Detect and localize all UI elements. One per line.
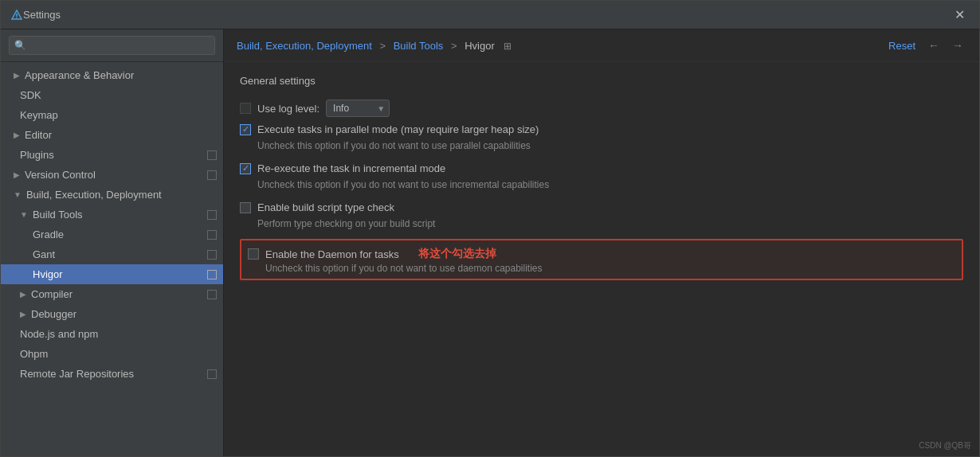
reset-button[interactable]: Reset: [885, 38, 919, 53]
setting-label-daemon: Enable the Daemon for tasks: [265, 248, 399, 260]
search-input[interactable]: [9, 36, 215, 55]
breadcrumb-part1[interactable]: Build, Execution, Deployment: [237, 40, 372, 52]
setting-label-log-level: Use log level:: [257, 103, 319, 115]
checkbox-build-script[interactable]: [240, 202, 251, 213]
sidebar-item-compiler[interactable]: ▶ Compiler: [1, 284, 223, 304]
sidebar-item-remote-jar[interactable]: Remote Jar Repositories: [1, 364, 223, 384]
sidebar-item-label: Plugins: [20, 149, 54, 161]
search-icon: 🔍: [14, 40, 26, 51]
setting-desc-parallel: Uncheck this option if you do not want t…: [240, 140, 963, 151]
breadcrumb-part3: Hvigor: [465, 40, 495, 52]
sidebar-item-label: Node.js and npm: [20, 328, 98, 340]
square-icon: [207, 270, 217, 279]
sidebar-item-build-execution[interactable]: ▼ Build, Execution, Deployment: [1, 185, 223, 205]
forward-button[interactable]: →: [949, 37, 966, 53]
sidebar-item-gant[interactable]: Gant: [1, 244, 223, 264]
breadcrumb: Build, Execution, Deployment > Build Too…: [237, 40, 512, 52]
sidebar-item-label: Editor: [25, 129, 52, 141]
breadcrumb-sep2: >: [451, 40, 457, 52]
window-title: Settings: [23, 9, 950, 21]
sidebar-item-label: Gradle: [33, 228, 64, 240]
sidebar-item-label: Compiler: [31, 288, 73, 300]
settings-content: General settings Use log level: Info Ver…: [224, 62, 979, 456]
sidebar-item-label: Debugger: [31, 308, 76, 320]
square-icon: [207, 369, 217, 379]
sidebar-item-label: Keymap: [20, 109, 58, 121]
arrow-icon: ▶: [14, 131, 20, 139]
breadcrumb-sep1: >: [379, 40, 386, 52]
sidebar-item-keymap[interactable]: Keymap: [1, 105, 223, 125]
setting-label-incremental: Re-execute the task in incremental mode: [257, 162, 445, 174]
sidebar-item-version-control[interactable]: ▶ Version Control: [1, 165, 223, 185]
checkbox-daemon[interactable]: [248, 248, 259, 260]
breadcrumb-actions: Reset ← →: [885, 37, 966, 53]
highlighted-daemon-section: Enable the Daemon for tasks 将这个勾选去掉 Unch…: [240, 239, 963, 280]
title-bar: Settings ✕: [1, 1, 979, 29]
sidebar-item-label: Version Control: [25, 169, 96, 181]
checkbox-parallel[interactable]: [240, 124, 251, 135]
arrow-icon: ▼: [20, 210, 28, 219]
select-wrapper: Info Verbose Debug Warn Error ▼: [326, 100, 390, 117]
sidebar-item-label: Build Tools: [33, 209, 83, 221]
checkbox-log-level[interactable]: [240, 103, 251, 114]
back-button[interactable]: ←: [925, 37, 943, 53]
sidebar-item-editor[interactable]: ▶ Editor: [1, 125, 223, 145]
sidebar-item-label: Gant: [33, 248, 55, 260]
arrow-icon: ▶: [20, 310, 26, 318]
setting-desc-daemon: Uncheck this option if you do not want t…: [248, 263, 955, 274]
setting-label-parallel: Execute tasks in parallel mode (may requ…: [257, 123, 539, 135]
breadcrumb-part2[interactable]: Build Tools: [394, 40, 444, 52]
arrow-icon: ▶: [14, 71, 20, 80]
breadcrumb-bar: Build, Execution, Deployment > Build Too…: [224, 29, 979, 62]
setting-row-log-level: Use log level: Info Verbose Debug Warn E…: [240, 98, 963, 119]
main-panel: Build, Execution, Deployment > Build Too…: [224, 29, 979, 456]
close-button[interactable]: ✕: [950, 6, 970, 24]
sidebar: 🔍 ▶ Appearance & Behavior SDK Keymap ▶ E…: [1, 29, 224, 456]
watermark: CSDN @QB哥: [919, 440, 971, 451]
sidebar-item-hvigor[interactable]: Hvigor: [1, 264, 223, 284]
section-title: General settings: [240, 75, 963, 87]
sidebar-item-plugins[interactable]: Plugins: [1, 145, 223, 165]
nav-tree: ▶ Appearance & Behavior SDK Keymap ▶ Edi…: [1, 62, 223, 456]
setting-row-incremental: Re-execute the task in incremental mode: [240, 161, 963, 176]
sidebar-item-build-tools[interactable]: ▼ Build Tools: [1, 205, 223, 225]
arrow-icon: ▶: [14, 170, 20, 179]
setting-desc-build-script: Perform type checking on your build scri…: [240, 218, 963, 229]
sidebar-item-label: Appearance & Behavior: [25, 69, 134, 81]
sidebar-item-appearance[interactable]: ▶ Appearance & Behavior: [1, 65, 223, 85]
checkbox-incremental[interactable]: [240, 163, 251, 174]
setting-row-daemon: Enable the Daemon for tasks 将这个勾选去掉: [248, 245, 955, 263]
square-icon: [207, 230, 217, 240]
square-icon: [207, 210, 217, 220]
app-logo-icon: [10, 9, 23, 21]
sidebar-item-label: SDK: [20, 89, 41, 101]
log-level-select[interactable]: Info Verbose Debug Warn Error: [326, 100, 390, 117]
sidebar-item-label: Hvigor: [33, 268, 63, 280]
sidebar-item-ohpm[interactable]: Ohpm: [1, 344, 223, 364]
sidebar-item-gradle[interactable]: Gradle: [1, 225, 223, 244]
svg-point-2: [16, 17, 18, 18]
square-icon: [207, 290, 217, 299]
sidebar-item-nodejs[interactable]: Node.js and npm: [1, 324, 223, 344]
sidebar-item-sdk[interactable]: SDK: [1, 85, 223, 105]
arrow-icon: ▶: [20, 290, 26, 299]
sidebar-item-label: Ohpm: [20, 348, 48, 360]
setting-label-build-script: Enable build script type check: [257, 201, 394, 213]
sidebar-item-label: Build, Execution, Deployment: [26, 189, 162, 201]
sidebar-item-label: Remote Jar Repositories: [20, 368, 134, 380]
square-icon: [207, 170, 217, 180]
setting-row-build-script: Enable build script type check: [240, 200, 963, 215]
annotation-text: 将这个勾选去掉: [418, 247, 496, 261]
setting-row-parallel: Execute tasks in parallel mode (may requ…: [240, 122, 963, 137]
arrow-icon: ▼: [14, 190, 22, 199]
doc-icon: ⊞: [504, 41, 512, 52]
search-box: 🔍: [1, 29, 223, 62]
square-icon: [207, 250, 217, 260]
sidebar-item-debugger[interactable]: ▶ Debugger: [1, 304, 223, 324]
setting-desc-incremental: Uncheck this option if you do not want t…: [240, 179, 963, 190]
square-icon: [207, 150, 217, 160]
